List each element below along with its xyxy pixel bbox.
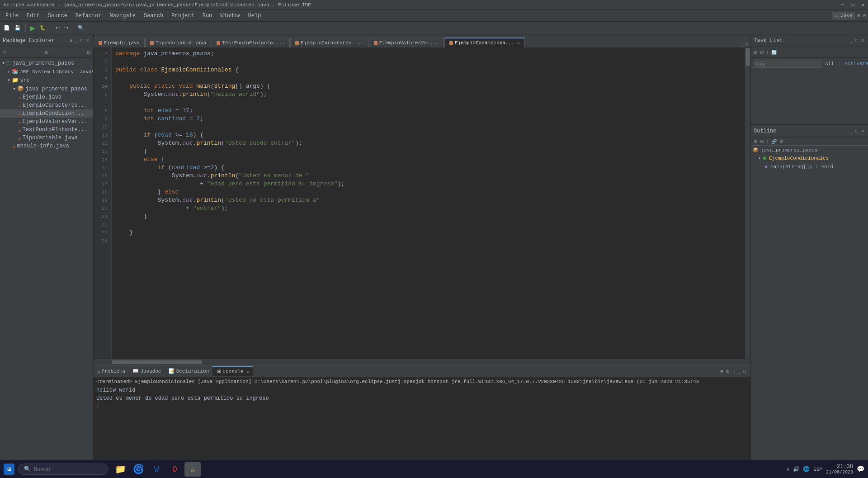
separator-1 bbox=[25, 24, 26, 32]
bottom-tab-declaration[interactable]: 📝 Declaration bbox=[165, 367, 213, 375]
task-list-close-btn[interactable]: ✕ bbox=[860, 38, 865, 43]
tab-ejemplo[interactable]: Ejemplo.java bbox=[94, 38, 145, 47]
tree-item-package[interactable]: ▾ 📦 java_primeros_pasos bbox=[0, 85, 93, 93]
menu-edit[interactable]: Edit bbox=[23, 12, 43, 20]
minimize-panel-btn[interactable]: _ bbox=[74, 38, 79, 43]
tab-minimize-btn[interactable]: _ bbox=[740, 42, 744, 47]
perspective-java[interactable]: ☕ Java bbox=[832, 12, 856, 19]
taskbar-search-input[interactable] bbox=[33, 466, 97, 473]
console-minimize-btn[interactable]: _ bbox=[737, 368, 741, 374]
tree-item-ejemplo[interactable]: ☕ Ejemplo.java bbox=[0, 93, 93, 101]
outline-toolbar-btn-4[interactable]: 🔗 bbox=[770, 138, 778, 144]
tab-close-condicionales[interactable]: ✕ bbox=[517, 40, 520, 46]
menu-source[interactable]: Source bbox=[44, 12, 71, 20]
menu-navigate[interactable]: Navigate bbox=[106, 12, 139, 20]
tab-tipo[interactable]: TipoVariable.java bbox=[145, 38, 211, 47]
task-activate[interactable]: Activate... bbox=[843, 60, 868, 67]
redo-button[interactable]: ↪ bbox=[62, 24, 70, 32]
outline-toolbar-btn-5[interactable]: ⚙ bbox=[778, 138, 784, 144]
taskbar-app-opera[interactable]: O bbox=[166, 462, 183, 477]
maximize-panel-btn[interactable]: □ bbox=[80, 38, 84, 43]
tab-test[interactable]: TestPuntoFlotante.... bbox=[212, 38, 290, 47]
tree-item-jre[interactable]: ▸ 📚 JRE System Library [JavaS... bbox=[0, 67, 93, 76]
explorer-btn-1[interactable]: ⟳ bbox=[2, 49, 7, 55]
menu-file[interactable]: File bbox=[2, 12, 22, 20]
search-button[interactable]: 🔍 bbox=[76, 24, 86, 32]
save-button[interactable]: 💾 bbox=[13, 24, 23, 32]
chevron-right-icon: ▸ bbox=[7, 68, 10, 75]
tab-condicionales[interactable]: EjemploCondiciona... ✕ bbox=[444, 38, 525, 47]
outline-item-package[interactable]: 📦 java_primeros_pasos bbox=[751, 147, 868, 154]
tab-caracteres[interactable]: EjemploCaracteres.... bbox=[290, 38, 368, 47]
task-list-minimize-btn[interactable]: _ bbox=[849, 38, 854, 43]
run-button[interactable]: ▶ bbox=[28, 24, 37, 33]
outline-toolbar-btn-1[interactable]: ⊞ bbox=[753, 138, 758, 144]
menu-help[interactable]: Help bbox=[245, 12, 265, 20]
debug-button[interactable]: 🐛 bbox=[38, 24, 48, 32]
outline-toolbar-btn-2[interactable]: ⊟ bbox=[759, 138, 764, 144]
menu-window[interactable]: Window bbox=[217, 12, 243, 20]
minimize-btn[interactable]: ─ bbox=[841, 2, 844, 8]
bottom-tab-console[interactable]: 🖥 Console ✕ bbox=[212, 366, 253, 376]
task-list-maximize-btn[interactable]: □ bbox=[854, 38, 859, 43]
console-close-btn[interactable]: ✕ bbox=[247, 369, 250, 374]
outline-item-class[interactable]: ▾ ◉ EjemploCondicionales bbox=[751, 154, 868, 162]
editor-scrollbar[interactable] bbox=[745, 48, 750, 359]
tree-item-test[interactable]: ☕ TestPuntoFlotante... bbox=[0, 126, 93, 134]
explorer-btn-3[interactable]: ⊟ bbox=[86, 49, 91, 55]
console-scroll-btn[interactable]: ↓ bbox=[732, 368, 736, 374]
tab-icon-ejemplo bbox=[99, 41, 102, 45]
tree-item-condicionales[interactable]: ☕ EjemploCondicion... bbox=[0, 109, 93, 118]
taskbar-app-word[interactable]: W bbox=[148, 462, 165, 477]
outline-minimize-btn[interactable]: _ bbox=[849, 128, 854, 134]
tree-item-tipo[interactable]: ☕ TipoVariable.java bbox=[0, 134, 93, 142]
task-toolbar-btn-4[interactable]: 🔄 bbox=[770, 49, 778, 55]
close-panel-btn[interactable]: ✕ bbox=[85, 38, 90, 43]
tab-label-tipo: TipoVariable.java bbox=[156, 40, 206, 46]
outline-item-method[interactable]: ◆ main(String[]) : void bbox=[751, 162, 868, 171]
notifications-icon[interactable]: 💬 bbox=[857, 465, 864, 473]
taskbar-app-eclipse[interactable]: ☕ bbox=[184, 462, 201, 477]
console-icon: 🖥 bbox=[216, 369, 221, 374]
undo-button[interactable]: ↩ bbox=[54, 24, 61, 32]
bottom-tab-problems[interactable]: ⚠ Problems bbox=[94, 367, 129, 375]
tree-item-src[interactable]: ▾ 📁 src bbox=[0, 76, 93, 85]
outline-toolbar-btn-3[interactable]: ↕ bbox=[765, 138, 769, 144]
task-toolbar-btn-1[interactable]: ⊞ bbox=[753, 49, 758, 55]
taskbar-app-files[interactable]: 📁 bbox=[112, 462, 128, 477]
taskbar-search-box[interactable]: 🔍 bbox=[18, 464, 108, 475]
close-btn[interactable]: ✕ bbox=[861, 2, 864, 8]
ln-21: 21 bbox=[94, 213, 111, 221]
ln-13: 13 bbox=[94, 147, 111, 156]
code-editor[interactable]: 1 2 3 4 5◉ 6 7 8 9 10 11 12 13 14 15 16 … bbox=[94, 48, 750, 359]
task-filter-all[interactable]: All bbox=[823, 60, 836, 67]
menu-run[interactable]: Run bbox=[199, 12, 216, 20]
new-button[interactable]: 📄 bbox=[2, 24, 12, 32]
console-terminate-btn[interactable]: ■ bbox=[719, 368, 724, 374]
menu-search[interactable]: Search bbox=[140, 12, 167, 20]
console-maximize-btn[interactable]: □ bbox=[742, 368, 747, 374]
outline-maximize-btn[interactable]: □ bbox=[854, 128, 859, 134]
taskbar-app-edge[interactable]: 🌀 bbox=[130, 462, 146, 477]
collapse-all-btn[interactable]: ≡ bbox=[69, 38, 74, 43]
console-clear-btn[interactable]: 🗑 bbox=[725, 368, 731, 374]
horizontal-scrollbar[interactable] bbox=[94, 359, 750, 365]
task-search-input[interactable] bbox=[753, 60, 821, 68]
maximize-btn[interactable]: □ bbox=[851, 2, 854, 8]
clock[interactable]: 21:38 21/06/2023 bbox=[826, 464, 853, 475]
task-toolbar-btn-3[interactable]: ↕ bbox=[765, 49, 769, 55]
tab-maximize-btn[interactable]: □ bbox=[744, 42, 749, 47]
menu-project[interactable]: Project bbox=[168, 12, 198, 20]
bottom-tab-javadoc[interactable]: 📖 Javadoc bbox=[129, 367, 165, 375]
tab-valores[interactable]: EjemploValoresVar... bbox=[369, 38, 444, 47]
tree-item-module[interactable]: ☕ module-info.java bbox=[0, 142, 93, 150]
explorer-btn-2[interactable]: ⊞ bbox=[44, 49, 49, 55]
outline-close-btn[interactable]: ✕ bbox=[860, 128, 865, 134]
tree-item-valores[interactable]: ☕ EjemploValoresVar... bbox=[0, 118, 93, 126]
start-button[interactable]: ⊞ bbox=[4, 464, 14, 475]
tree-item-caracteres[interactable]: ☕ EjemploCaracteres... bbox=[0, 101, 93, 109]
menu-refactor[interactable]: Refactor bbox=[72, 12, 105, 20]
task-toolbar-btn-2[interactable]: ⊟ bbox=[759, 49, 764, 55]
tree-item-project[interactable]: ▾ ⬡ java_primeros_pasos bbox=[0, 59, 93, 67]
code-content[interactable]: package java_primeros_pasos; public clas… bbox=[112, 48, 745, 359]
